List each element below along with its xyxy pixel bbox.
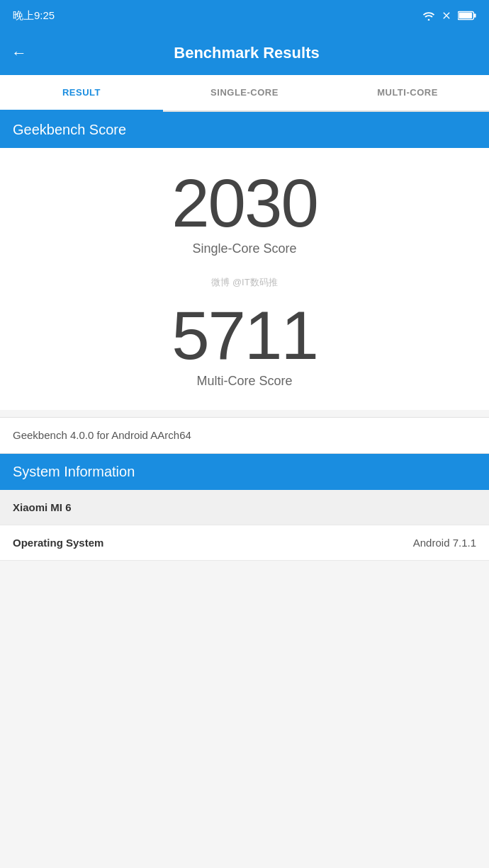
svg-rect-2 [474,13,476,18]
single-core-label: Single-Core Score [192,241,296,256]
signal-x-icon [441,10,452,21]
tab-result[interactable]: RESULT [0,75,163,112]
multi-core-score: 5711 [172,302,317,370]
score-area: 2030 Single-Core Score 微博 @IT数码推 5711 Mu… [0,148,489,410]
version-text: Geekbench 4.0.0 for Android AArch64 [13,429,191,441]
single-core-block: 2030 Single-Core Score [172,169,317,256]
tab-single-core[interactable]: SINGLE-CORE [163,75,326,112]
wifi-icon [422,11,435,21]
svg-rect-1 [459,13,472,18]
status-bar: 晚上9:25 [0,0,489,31]
system-info-title: System Information [13,464,135,479]
tab-multi-core[interactable]: MULTI-CORE [326,75,489,112]
device-name: Xiaomi MI 6 [13,501,72,513]
version-info-row: Geekbench 4.0.0 for Android AArch64 [0,417,489,454]
status-time: 晚上9:25 [13,9,55,23]
page-title: Benchmark Results [41,44,452,62]
battery-icon [458,11,476,21]
geekbench-title: Geekbench Score [13,122,126,137]
back-button[interactable]: ← [11,44,27,62]
watermark: 微博 @IT数码推 [211,276,277,289]
tab-bar: RESULT SINGLE-CORE MULTI-CORE [0,75,489,112]
device-row: Xiaomi MI 6 [0,490,489,525]
status-icons [422,10,476,21]
os-row: Operating System Android 7.1.1 [0,525,489,561]
os-value: Android 7.1.1 [413,537,476,549]
multi-core-block: 5711 Multi-Core Score [172,302,317,389]
multi-core-label: Multi-Core Score [196,374,292,389]
geekbench-section-header: Geekbench Score [0,112,489,148]
single-core-score: 2030 [172,169,317,237]
app-header: ← Benchmark Results [0,31,489,75]
os-label: Operating System [13,537,103,549]
system-info-header: System Information [0,454,489,490]
